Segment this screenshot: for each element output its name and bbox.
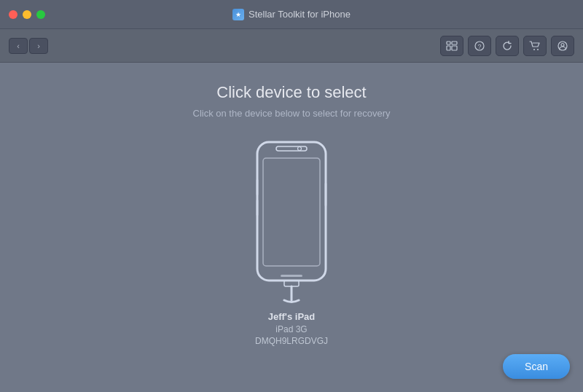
cart-icon [529, 41, 541, 51]
svg-rect-10 [257, 142, 326, 281]
back-button[interactable]: ‹ [9, 38, 28, 54]
page-subtitle: Click on the device below to select for … [193, 108, 391, 119]
account-icon [557, 41, 568, 51]
close-button[interactable] [9, 10, 17, 19]
help-icon: ? [474, 41, 485, 51]
toolbar-icons: ? [440, 36, 574, 56]
svg-rect-0 [447, 42, 450, 44]
toolbar: ‹ › ? [0, 29, 583, 63]
svg-rect-2 [447, 46, 450, 50]
cart-icon-button[interactable] [523, 36, 547, 56]
svg-rect-14 [281, 275, 302, 277]
main-content: Click device to select Click on the devi… [0, 63, 583, 392]
page-title: Click device to select [216, 83, 366, 102]
grid-icon-button[interactable] [440, 36, 463, 56]
titlebar: ★ Stellar Toolkit for iPhone [0, 0, 583, 29]
grid-icon [446, 41, 458, 51]
maximize-button[interactable] [36, 10, 45, 19]
svg-point-6 [533, 49, 535, 50]
minimize-button[interactable] [23, 10, 31, 19]
account-icon-button[interactable] [551, 36, 574, 56]
refresh-icon [502, 41, 512, 51]
scan-button[interactable]: Scan [503, 354, 570, 379]
svg-rect-11 [263, 158, 320, 266]
device-illustration [244, 136, 339, 304]
app-icon: ★ [232, 9, 244, 20]
svg-point-9 [561, 43, 564, 46]
svg-point-7 [537, 49, 539, 50]
device-container[interactable]: Jeff's iPad iPad 3G DMQH9LRGDVGJ [244, 136, 339, 346]
help-icon-button[interactable]: ? [468, 36, 491, 56]
device-serial: DMQH9LRGDVGJ [255, 336, 328, 346]
svg-rect-12 [276, 146, 307, 151]
device-name: Jeff's iPad [268, 311, 316, 322]
device-model: iPad 3G [275, 324, 307, 334]
app-title: ★ Stellar Toolkit for iPhone [232, 9, 351, 20]
nav-buttons: ‹ › [9, 38, 48, 54]
forward-button[interactable]: › [29, 38, 48, 54]
svg-point-13 [298, 147, 302, 151]
svg-rect-3 [452, 46, 457, 50]
titlebar-title-text: Stellar Toolkit for iPhone [249, 9, 351, 20]
svg-text:?: ? [477, 43, 481, 50]
svg-rect-1 [452, 42, 457, 44]
traffic-lights [9, 10, 45, 19]
refresh-icon-button[interactable] [496, 36, 519, 56]
